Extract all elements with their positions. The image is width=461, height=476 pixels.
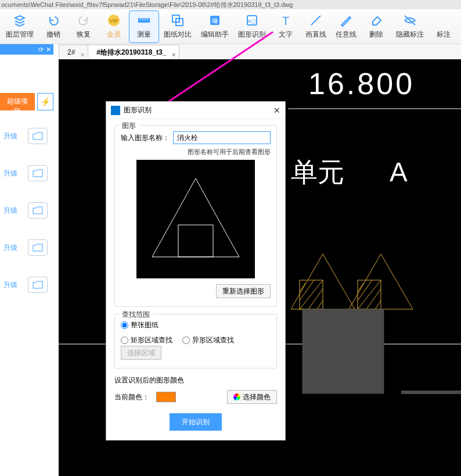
dialog-titlebar[interactable]: 图形识别 ✕	[106, 102, 285, 119]
group-label: 图形	[120, 121, 138, 131]
redo-icon	[77, 13, 91, 27]
svg-text:A◯: A◯	[248, 19, 256, 24]
hide-note-button[interactable]: 隐藏标注	[391, 10, 428, 43]
radio-whole[interactable]: 整张图纸	[121, 320, 159, 330]
layers-icon	[13, 13, 27, 27]
radio-irregular[interactable]: 异形区域查找	[182, 335, 234, 345]
upgrade-link[interactable]: 升级	[3, 280, 17, 290]
reselect-shape-button[interactable]: 重新选择图形	[216, 284, 271, 298]
title-bar: ocuments\WeChat Files\wxid_f9sv7f5pnwad2…	[0, 0, 461, 9]
folder-button[interactable]	[28, 239, 48, 256]
upgrade-link[interactable]: 升级	[3, 243, 17, 253]
start-recognize-button[interactable]: 开始识别	[170, 413, 222, 431]
svg-text:VIP: VIP	[110, 18, 118, 24]
compare-button[interactable]: 图纸对比	[159, 10, 196, 43]
undo-icon	[46, 13, 60, 27]
ruler-icon	[137, 13, 151, 27]
svg-rect-30	[401, 391, 461, 394]
upgrade-link[interactable]: 升级	[3, 206, 17, 216]
compare-icon	[171, 13, 185, 27]
group-label: 查找范围	[120, 310, 152, 320]
line-icon	[309, 13, 323, 27]
vip-button[interactable]: VIP 会员	[99, 10, 129, 43]
document-tab[interactable]: 2#×	[59, 45, 88, 59]
panel-header: ⟳ ✕	[0, 44, 53, 55]
current-color-label: 当前颜色：	[114, 392, 149, 402]
svg-rect-32	[178, 225, 213, 257]
eraser-icon	[369, 13, 383, 27]
select-area-button: 选择区域	[121, 346, 161, 360]
side-row: 升级	[3, 165, 53, 181]
color-section-label: 设置识别后的图形颜色	[114, 375, 277, 385]
svg-line-21	[308, 289, 323, 309]
panel-close-icon[interactable]: ✕	[46, 46, 51, 53]
eye-off-icon	[403, 13, 417, 27]
name-hint: 图形名称可用于后期查看图形	[121, 148, 271, 156]
folder-button[interactable]	[28, 277, 48, 293]
shape-recognize-button[interactable]: A◯ 图形识别	[233, 10, 271, 43]
svg-line-22	[317, 300, 323, 309]
pick-color-button[interactable]: 选择颜色	[227, 390, 277, 404]
current-color-swatch	[156, 392, 176, 402]
undo-button[interactable]: 撤销	[38, 10, 69, 43]
delete-button[interactable]: 删除	[361, 10, 391, 43]
upgrade-link[interactable]: 升级	[3, 131, 17, 141]
text-button[interactable]: T 文字	[271, 10, 301, 43]
measure-button[interactable]: 测量	[129, 10, 159, 43]
folder-button[interactable]	[28, 128, 48, 144]
svg-text:T: T	[282, 15, 289, 27]
pin-icon[interactable]: ⟳	[38, 46, 44, 53]
text-icon: T	[279, 13, 293, 27]
svg-line-26	[358, 283, 363, 292]
upgrade-link[interactable]: 升级	[3, 169, 17, 178]
canvas-unit: 单元	[291, 157, 344, 187]
pencil-icon	[339, 13, 353, 27]
svg-text:编: 编	[212, 17, 218, 24]
layer-manage-button[interactable]: 图层管理	[1, 10, 38, 43]
svg-rect-29	[302, 309, 384, 393]
vip-icon: VIP	[107, 13, 121, 27]
svg-line-28	[375, 300, 381, 309]
name-label: 输入图形名称：	[121, 133, 170, 143]
shape-preview	[136, 160, 255, 278]
color-wheel-icon	[233, 393, 240, 400]
document-tab[interactable]: #给排水20190318_t3_×	[88, 45, 179, 59]
svg-line-20	[300, 283, 305, 292]
svg-rect-2	[138, 18, 150, 23]
edit-helper-button[interactable]: 编 编辑助手	[196, 10, 233, 43]
side-row: 升级	[3, 128, 53, 144]
main-toolbar: 图层管理 撤销 恢复 VIP 会员 测量 图纸对比 编 编辑助手 A◯ 图形识别…	[0, 9, 461, 44]
dialog-title: 图形识别	[124, 105, 273, 115]
side-row: 升级	[3, 202, 53, 219]
side-row: 升级	[3, 239, 53, 256]
freeline-button[interactable]: 任意线	[331, 10, 361, 43]
line-button[interactable]: 画直线	[301, 10, 331, 43]
tab-bar: 2#× #给排水20190318_t3_×	[59, 44, 461, 59]
side-panel: 升级 升级 升级 升级 升级	[0, 93, 53, 293]
svg-line-27	[366, 289, 381, 309]
recognize-icon: A◯	[245, 13, 259, 27]
folder-button[interactable]	[28, 165, 48, 181]
canvas-number: 16.800	[308, 67, 415, 101]
radio-rect[interactable]: 矩形区域查找	[121, 335, 172, 345]
dialog-icon	[111, 106, 120, 115]
mark-button[interactable]: 标注	[428, 10, 459, 43]
shape-recognize-dialog: 图形识别 ✕ 图形 输入图形名称： 图形名称可用于后期查看图形 重新选择图形 查…	[106, 101, 286, 441]
redo-button[interactable]: 恢复	[69, 10, 99, 43]
shape-name-input[interactable]	[173, 131, 271, 144]
canvas-letter: A	[390, 157, 408, 187]
dialog-close-button[interactable]: ✕	[273, 106, 280, 115]
side-row: 升级	[3, 277, 53, 293]
folder-button[interactable]	[28, 202, 48, 219]
svg-line-14	[311, 16, 320, 25]
mark-icon	[437, 13, 451, 27]
edit-icon: 编	[208, 13, 222, 27]
